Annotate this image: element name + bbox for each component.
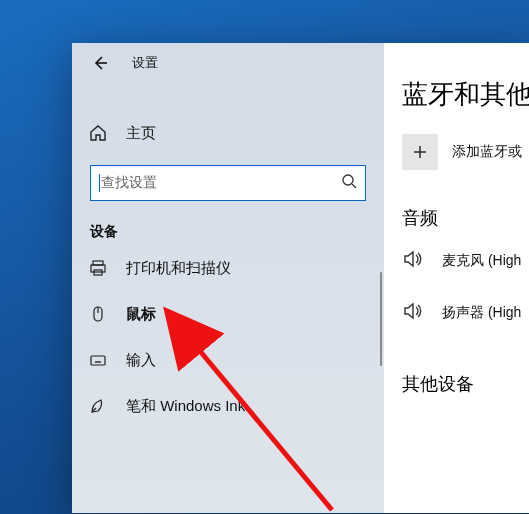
search-input[interactable]: 查找设置 xyxy=(90,165,366,201)
sidebar-item-typing[interactable]: 输入 xyxy=(72,337,384,383)
content-pane: 蓝牙和其他 添加蓝牙或 音频 麦克风 (High 扬声器 (High xyxy=(384,43,529,513)
group-header-other: 其他设备 xyxy=(384,326,529,396)
add-device-button[interactable]: 添加蓝牙或 xyxy=(402,134,529,170)
text-caret xyxy=(99,174,100,192)
page-title: 蓝牙和其他 xyxy=(384,43,529,112)
svg-rect-8 xyxy=(91,356,105,365)
group-header-audio: 音频 xyxy=(384,170,529,230)
device-microphone[interactable]: 麦克风 (High xyxy=(402,248,529,274)
sidebar-item-mouse[interactable]: 鼠标 xyxy=(72,291,384,337)
svg-rect-3 xyxy=(93,261,103,265)
device-name: 麦克风 (High xyxy=(442,252,521,270)
header-title: 设置 xyxy=(132,54,158,72)
sidebar-item-printers[interactable]: 打印机和扫描仪 xyxy=(72,245,384,291)
arrow-left-icon xyxy=(92,55,108,71)
search-placeholder: 查找设置 xyxy=(101,174,157,192)
svg-rect-4 xyxy=(91,265,105,272)
device-speaker[interactable]: 扬声器 (High xyxy=(402,300,529,326)
printer-icon xyxy=(86,259,110,277)
speaker-icon xyxy=(402,248,432,274)
speaker-icon xyxy=(402,300,432,326)
sidebar-item-pen[interactable]: 笔和 Windows Ink xyxy=(72,383,384,429)
scrollbar-thumb[interactable] xyxy=(380,272,382,366)
device-name: 扬声器 (High xyxy=(442,304,521,322)
svg-line-2 xyxy=(352,184,356,188)
add-device-label: 添加蓝牙或 xyxy=(452,143,522,161)
sidebar: 设置 主页 查找设置 设备 xyxy=(72,43,384,513)
home-icon xyxy=(86,124,110,142)
sidebar-item-label: 打印机和扫描仪 xyxy=(126,259,231,278)
window-header: 设置 xyxy=(72,43,384,83)
sidebar-item-label: 笔和 Windows Ink xyxy=(126,397,245,416)
svg-point-1 xyxy=(343,175,353,185)
sidebar-item-label: 鼠标 xyxy=(126,305,156,324)
plus-icon xyxy=(402,134,438,170)
pen-icon xyxy=(86,397,110,415)
sidebar-nav: 打印机和扫描仪 鼠标 输入 xyxy=(72,245,384,429)
back-button[interactable] xyxy=(86,49,114,77)
mouse-icon xyxy=(86,305,110,323)
search-icon xyxy=(341,173,357,193)
home-button[interactable]: 主页 xyxy=(72,113,384,153)
home-label: 主页 xyxy=(126,124,156,143)
settings-window: 设置 主页 查找设置 设备 xyxy=(72,43,529,513)
sidebar-item-label: 输入 xyxy=(126,351,156,370)
section-header-devices: 设备 xyxy=(72,205,384,245)
keyboard-icon xyxy=(86,351,110,369)
